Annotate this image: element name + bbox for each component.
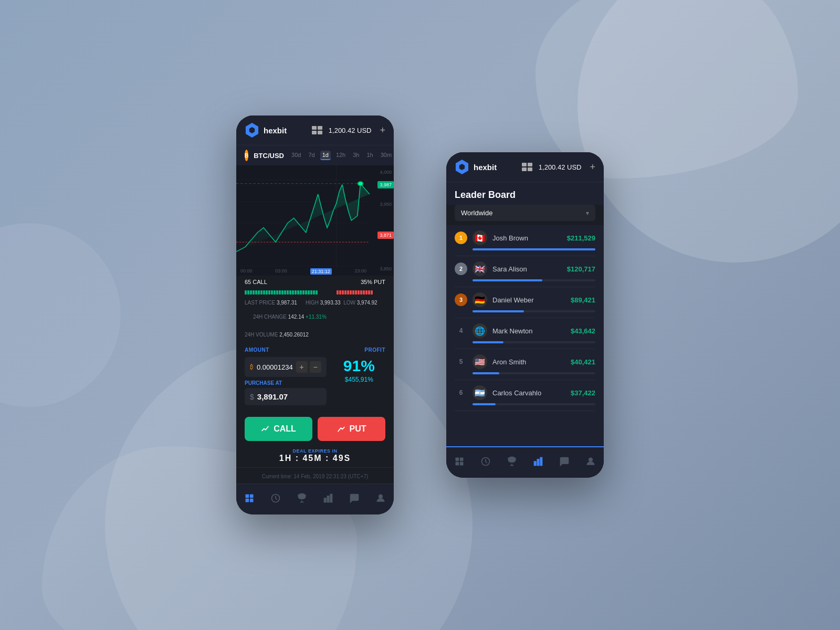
call-button[interactable]: CALL — [245, 417, 312, 441]
nav2-chart[interactable] — [526, 454, 550, 469]
profile-icon-2 — [585, 456, 596, 467]
svg-rect-16 — [324, 498, 326, 502]
tf-3h[interactable]: 3h — [351, 151, 361, 160]
phone1-header: hexbit 1,200.42 USD + — [236, 116, 394, 145]
tf-30d[interactable]: 30d — [289, 151, 303, 160]
chat-icon — [349, 492, 360, 504]
time-0000: 00:00 — [240, 268, 253, 275]
amount-minus-button[interactable]: − — [310, 361, 321, 373]
leader-name: Josh Brown — [492, 234, 562, 242]
time-labels: 00:00 03:00 21:31:12 23:00 — [236, 267, 371, 276]
nav2-grid[interactable] — [447, 454, 471, 469]
put-button[interactable]: PUT — [318, 417, 385, 441]
svg-rect-20 — [456, 458, 459, 461]
svg-rect-15 — [300, 494, 304, 499]
svg-rect-23 — [460, 462, 464, 466]
progress-bar-bg — [472, 372, 595, 374]
nav-grid[interactable] — [237, 490, 261, 506]
purchase-label: PURCHASE AT — [245, 380, 327, 386]
chart-area: 4,000 3,950 3,900 3,850 3,987 3,871 00:0… — [236, 165, 394, 276]
chevron-down-icon: ▾ — [586, 209, 589, 217]
leader-name: Aron Smith — [492, 358, 565, 366]
flag-avatar: 🇩🇪 — [472, 292, 487, 307]
progress-bar-fill — [472, 279, 542, 281]
deal-expires: DEAL EXPIRES IN 1H : 45M : 49S — [236, 446, 394, 467]
amount-controls: + − — [296, 361, 321, 373]
leader-item[interactable]: 6🇦🇷Carlos Carvahlo$37,422 — [455, 380, 595, 411]
portfolio-icon-2[interactable] — [522, 163, 532, 171]
btc-symbol: ₿ — [250, 363, 254, 371]
action-buttons: CALL PUT — [236, 412, 394, 446]
amount-input-box: ₿ 0.00001234 + − — [245, 357, 327, 377]
region-selector[interactable]: Worldwide ▾ — [455, 205, 595, 221]
chart-icon-2 — [532, 456, 544, 467]
nav-chat[interactable] — [342, 490, 366, 506]
nav-trophy[interactable] — [290, 490, 314, 506]
phone2-bottom-nav — [446, 446, 604, 478]
nav-chart[interactable] — [316, 490, 340, 506]
leader-item[interactable]: 2🇬🇧Sara Alison$120,717 — [455, 256, 595, 287]
current-time-text: Current time: 14 Feb, 2019 22:31:23 (UTC… — [262, 474, 369, 479]
profile-icon — [375, 492, 386, 504]
leader-item[interactable]: 4🌐Mark Newton$43,642 — [455, 318, 595, 349]
leader-name: Carlos Carvahlo — [492, 389, 565, 397]
svg-rect-18 — [330, 495, 332, 502]
svg-rect-17 — [327, 496, 329, 502]
phone1-bottom-nav — [236, 484, 394, 514]
nav-clock[interactable] — [264, 490, 288, 506]
clock-icon-2 — [480, 456, 491, 467]
expires-label: DEAL EXPIRES IN — [245, 448, 385, 454]
leader-item[interactable]: 5🇺🇸Aron Smith$40,421 — [455, 349, 595, 380]
price-3950: 3,950 — [380, 202, 392, 207]
call-put-progress — [236, 290, 394, 295]
hexbit-logo-2 — [455, 160, 469, 174]
clock-icon — [270, 492, 281, 504]
nav2-profile[interactable] — [579, 454, 603, 469]
current-price-badge: 3,987 — [377, 181, 394, 188]
dollar-symbol: $ — [250, 393, 254, 401]
progress-bar-bg — [472, 403, 595, 405]
grid-icon-2 — [454, 456, 465, 467]
stat-last-price: LAST PRICE 3,987.31 — [245, 300, 297, 306]
time-current: 21:31:12 — [310, 268, 332, 275]
flag-avatar: 🇺🇸 — [472, 354, 487, 369]
trading-row: ₿ 0.00001234 + − PURCHASE AT $ 3,891.07 — [245, 357, 385, 405]
leader-item[interactable]: 1🇨🇦Josh Brown$211,529 — [455, 225, 595, 256]
nav2-clock[interactable] — [474, 454, 498, 469]
amount-plus-button[interactable]: + — [296, 361, 308, 373]
leader-item[interactable]: 3🇩🇪Daniel Weber$89,421 — [455, 287, 595, 318]
tf-12h[interactable]: 12h — [334, 151, 348, 160]
header-balance: 1,200.42 USD — [329, 127, 372, 134]
progress-bar-fill — [472, 403, 496, 405]
nav-profile[interactable] — [369, 490, 393, 506]
add-funds-button-2[interactable]: + — [590, 162, 595, 173]
purchase-section: PURCHASE AT $ 3,891.07 — [245, 380, 327, 405]
portfolio-icon[interactable] — [312, 126, 322, 134]
phone-leaderboard: hexbit 1,200.42 USD + Leader Board World… — [446, 152, 604, 478]
tf-1h[interactable]: 1h — [364, 151, 375, 160]
nav2-chat[interactable] — [552, 454, 576, 469]
phones-container: hexbit 1,200.42 USD + B BTC/USD 30d 7d 1… — [236, 116, 604, 514]
app-name: hexbit — [264, 126, 308, 135]
tf-30m[interactable]: 30m — [379, 151, 394, 160]
stat-change: 24H CHANGE 142.14 +11.31% — [253, 314, 327, 323]
rank-badge: 2 — [455, 262, 467, 275]
svg-rect-21 — [460, 458, 464, 461]
chart-icon — [322, 492, 334, 504]
leader-name: Sara Alison — [492, 265, 562, 273]
call-label: 65 CALL — [245, 279, 267, 285]
tf-7d[interactable]: 7d — [306, 151, 317, 160]
svg-rect-13 — [250, 499, 254, 502]
nav2-trophy[interactable] — [500, 454, 524, 469]
progress-bar-fill — [472, 341, 503, 343]
svg-rect-27 — [537, 459, 539, 466]
progress-bar-fill — [472, 372, 499, 374]
pair-row: B BTC/USD 30d 7d 1d 12h 3h 1h 30m — [236, 145, 394, 165]
tf-1d[interactable]: 1d — [320, 151, 331, 160]
add-funds-button[interactable]: + — [380, 125, 385, 136]
leader-amount: $211,529 — [567, 234, 595, 242]
leader-amount: $40,421 — [571, 358, 595, 366]
profit-percent: 91% — [343, 357, 375, 375]
rank-badge: 5 — [455, 355, 467, 368]
amount-label: AMOUNT — [245, 347, 269, 353]
